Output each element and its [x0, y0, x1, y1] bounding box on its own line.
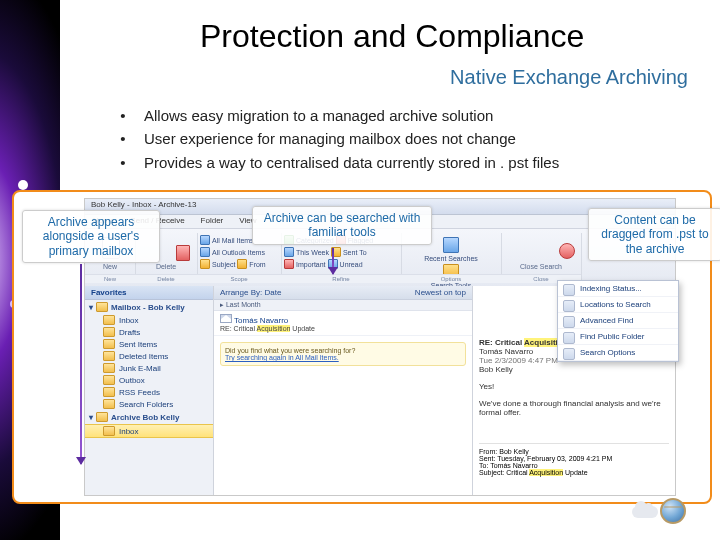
reading-pane: Indexing Status... Locations to Search A… [473, 286, 675, 495]
refine-sentto[interactable]: Sent To [331, 247, 367, 257]
nav-archive-inbox[interactable]: Inbox [85, 424, 213, 438]
nav-mailbox[interactable]: ▾ Mailbox - Bob Kelly [85, 300, 213, 314]
scope-from[interactable]: From [237, 259, 265, 269]
menu-indexing[interactable]: Indexing Status... [558, 281, 678, 297]
recent-searches-label[interactable]: Recent Searches [424, 255, 478, 262]
tab-folder[interactable]: Folder [193, 215, 232, 228]
nav-deleted[interactable]: Deleted Items [85, 350, 213, 362]
date-group[interactable]: ▸ Last Month [214, 300, 472, 311]
read-body-1: Yes! [479, 382, 669, 391]
sig-from: From: Bob Kelly [479, 448, 669, 455]
scope-subject[interactable]: Subject [200, 259, 235, 269]
message-item[interactable]: Tomás Navarro RE: Critical Acquisition U… [214, 311, 472, 336]
read-body-2: We've done a thorough financial analysis… [479, 399, 669, 408]
refine-important[interactable]: Important [284, 259, 326, 269]
nav-junk[interactable]: Junk E-Mail [85, 362, 213, 374]
read-body-3: formal offer. [479, 408, 669, 417]
message-list: Arrange By: Date Newest on top ▸ Last Mo… [214, 286, 473, 495]
bullet-list: •Allows easy migration to a managed arch… [120, 104, 559, 174]
sig-to: To: Tomás Navarro [479, 462, 669, 469]
arrow-2 [332, 248, 334, 274]
close-search-button[interactable]: Close Search [501, 263, 581, 270]
delete-button[interactable]: Delete [135, 263, 197, 270]
callout-archive-appears: Archive appears alongside a user's prima… [22, 210, 160, 263]
callout-archive-search: Archive can be searched with familiar to… [252, 206, 432, 245]
search-hint: Did you find what you were searching for… [220, 342, 466, 366]
search-again-link[interactable]: Try searching again in All Mail Items. [225, 354, 339, 361]
menu-locations[interactable]: Locations to Search [558, 297, 678, 313]
globe-icon [660, 498, 686, 524]
arrange-by[interactable]: Arrange By: Date [220, 288, 281, 297]
nav-pane: Favorites ▾ Mailbox - Bob Kelly Inbox Dr… [85, 286, 214, 495]
new-button[interactable]: New [85, 263, 135, 270]
scope-alloutlook[interactable]: All Outlook Items [200, 247, 265, 257]
nav-sent[interactable]: Sent Items [85, 338, 213, 350]
nav-archive[interactable]: ▾ Archive Bob Kelly [85, 410, 213, 424]
bullet-2: User experience for managing mailbox doe… [144, 127, 516, 150]
menu-advfind[interactable]: Advanced Find [558, 313, 678, 329]
callout-content-drag: Content can be dragged from .pst to the … [588, 208, 720, 261]
nav-rss[interactable]: RSS Feeds [85, 386, 213, 398]
page-subtitle: Native Exchange Archiving [450, 66, 688, 89]
read-to: Bob Kelly [479, 365, 669, 374]
menu-findpublic[interactable]: Find Public Folder [558, 329, 678, 345]
sort-order[interactable]: Newest on top [415, 288, 466, 297]
bullet-1: Allows easy migration to a managed archi… [144, 104, 493, 127]
refine-thisweek[interactable]: This Week [284, 247, 329, 257]
cloud-icon [632, 506, 658, 518]
nav-drafts[interactable]: Drafts [85, 326, 213, 338]
nav-favorites[interactable]: Favorites [85, 286, 213, 300]
menu-searchopts[interactable]: Search Options [558, 345, 678, 361]
recent-searches[interactable] [443, 237, 459, 253]
sig-sent: Sent: Tuesday, February 03, 2009 4:21 PM [479, 455, 669, 462]
nav-outbox[interactable]: Outbox [85, 374, 213, 386]
bullet-3: Provides a way to centralised data curre… [144, 151, 559, 174]
search-tools-menu: Indexing Status... Locations to Search A… [557, 280, 679, 362]
nav-searchfolders[interactable]: Search Folders [85, 398, 213, 410]
ribbon-group-close: Close Search Close [501, 233, 582, 283]
nav-inbox[interactable]: Inbox [85, 314, 213, 326]
scope-allmail[interactable]: All Mail Items [200, 235, 254, 245]
arrow-1 [80, 264, 82, 464]
page-title: Protection and Compliance [200, 18, 584, 55]
